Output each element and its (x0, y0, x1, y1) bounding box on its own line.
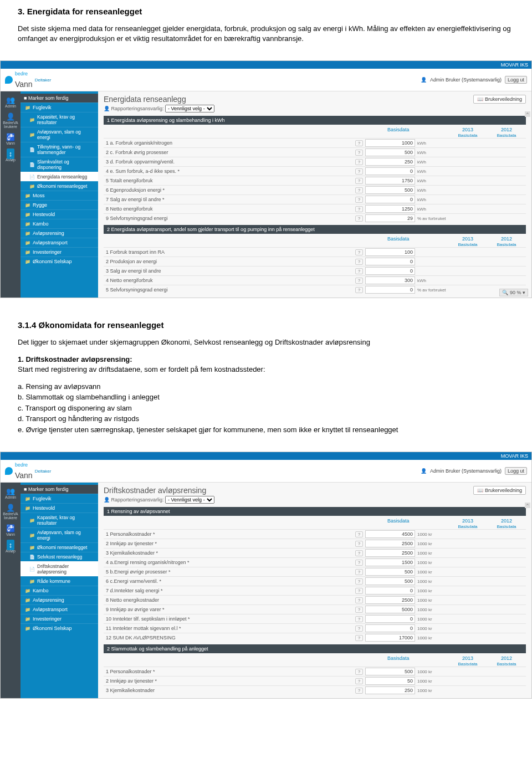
sidebar-item[interactable]: Slamkvalitet og disponering (21, 157, 98, 172)
value-input[interactable]: 0 (365, 587, 415, 595)
sidebar-item[interactable]: Selvkost renseanlegg (21, 552, 98, 561)
sidebar-item[interactable]: Økonomi Selskap (21, 257, 98, 266)
sidebar-item[interactable]: Kapasitet, krav og resultater (21, 112, 98, 127)
value-input[interactable]: 1250 (365, 205, 415, 213)
help-icon[interactable]: ? (355, 578, 363, 585)
sidebar-item[interactable]: Fuglevik (21, 494, 98, 503)
value-input[interactable]: 250 (365, 158, 415, 166)
sidebar-item[interactable]: Avløpsvann, slam og energi (21, 127, 98, 142)
help-icon[interactable]: ? (355, 206, 363, 212)
guide-button[interactable]: 📖 Brukerveiledning (473, 95, 526, 104)
value-input[interactable]: 500 (365, 577, 415, 585)
users-icon[interactable]: 👤 (6, 112, 15, 121)
value-input[interactable]: 500 (365, 186, 415, 194)
help-icon[interactable]: ? (355, 550, 363, 556)
help-icon[interactable]: ? (355, 216, 363, 222)
sidebar-item[interactable]: Driftskostnader avløpsrensing (21, 561, 98, 576)
value-input[interactable]: 0 (365, 286, 415, 294)
value-input[interactable]: 17000 (365, 634, 415, 642)
logout-button[interactable]: Logg ut (505, 76, 527, 84)
sidebar-item[interactable]: Hestevold (21, 503, 98, 513)
sidebar-item[interactable]: Avløpstransport (21, 604, 98, 614)
value-input[interactable]: 2500 (365, 549, 415, 557)
sidebar-item[interactable]: Kapasitet, krav og resultater (21, 513, 98, 527)
value-input[interactable]: 50 (365, 677, 415, 685)
sidebar-item[interactable]: Økonomi Selskap (21, 623, 98, 633)
help-icon[interactable]: ? (355, 607, 363, 613)
help-icon[interactable]: ? (355, 278, 363, 284)
help-icon[interactable]: ? (355, 197, 363, 203)
help-icon[interactable]: ? (355, 150, 363, 156)
sidebar-item[interactable]: Avløpsrensing (21, 228, 98, 238)
logout-button[interactable]: Logg ut (505, 467, 527, 475)
value-input[interactable]: 300 (365, 276, 415, 284)
users-icon[interactable]: 👤 (6, 504, 15, 512)
value-input[interactable]: 0 (365, 624, 415, 632)
value-input[interactable]: 29 (365, 214, 415, 222)
value-input[interactable]: 0 (365, 167, 415, 175)
admin-icon[interactable]: 👥 (6, 487, 15, 495)
help-icon[interactable]: ? (355, 569, 363, 575)
admin-icon[interactable]: 👥 (6, 96, 15, 104)
help-icon[interactable]: ? (355, 249, 363, 255)
value-input[interactable]: 100 (365, 248, 415, 256)
value-input[interactable]: 1000 (365, 139, 415, 147)
value-input[interactable]: 1500 (365, 558, 415, 566)
help-icon[interactable]: ? (355, 541, 363, 547)
sidebar-item[interactable]: Tilknytning, vann- og slammengder (21, 142, 98, 157)
value-input[interactable]: 500 (365, 568, 415, 576)
value-input[interactable]: 2500 (365, 540, 415, 547)
help-icon[interactable]: ? (355, 616, 363, 622)
scroll-up-icon[interactable]: ^ (525, 503, 530, 508)
sidebar-item[interactable]: Investeringer (21, 247, 98, 257)
value-input[interactable]: 0 (365, 258, 415, 265)
value-input[interactable]: 250 (365, 686, 415, 694)
sidebar-item[interactable]: Moss (21, 191, 98, 200)
help-icon[interactable]: ? (355, 259, 363, 265)
value-input[interactable]: 0 (365, 196, 415, 203)
help-icon[interactable]: ? (355, 678, 363, 684)
tap-icon[interactable]: 🚰 (6, 524, 15, 532)
value-input[interactable]: 5000 (365, 606, 415, 613)
sidebar-item[interactable]: Råde kommune (21, 576, 98, 586)
help-icon[interactable]: ? (355, 140, 363, 146)
sidebar-item[interactable]: Hestevold (21, 209, 98, 219)
value-input[interactable]: 1750 (365, 177, 415, 185)
help-icon[interactable]: ? (355, 178, 363, 184)
scroll-up-icon[interactable]: ^ (525, 111, 530, 117)
nav-mark-done[interactable]: ■ Marker som ferdig (21, 485, 98, 494)
sidebar-item[interactable]: Avløpsvann, slam og energi (21, 527, 98, 542)
guide-button[interactable]: 📖 Brukerveiledning (473, 486, 526, 495)
sidebar-item[interactable]: Investeringer (21, 614, 98, 623)
value-input[interactable]: 500 (365, 148, 415, 156)
nav-mark-done[interactable]: ■ Marker som ferdig (21, 94, 98, 103)
value-input[interactable]: 2500 (365, 596, 415, 604)
value-input[interactable]: 0 (365, 615, 415, 623)
sidebar-item[interactable]: Rygge (21, 200, 98, 209)
value-input[interactable]: 500 (365, 668, 415, 675)
help-icon[interactable]: ? (355, 669, 363, 675)
help-icon[interactable]: ? (355, 168, 363, 175)
sidebar-item[interactable]: Energidata renseanlegg (21, 172, 98, 181)
sidebar-item[interactable]: Økonomi renseanlegget (21, 542, 98, 552)
sidebar-item[interactable]: Økonomi renseanlegget (21, 181, 98, 191)
help-icon[interactable]: ? (355, 588, 363, 594)
rap-select[interactable]: - Vennligst velg - (165, 105, 214, 112)
help-icon[interactable]: ? (355, 287, 363, 293)
help-icon[interactable]: ? (355, 560, 363, 566)
rap-select[interactable]: - Vennligst velg - (165, 496, 214, 504)
sidebar-item[interactable]: Avløpstransport (21, 238, 98, 247)
sidebar-item[interactable]: Kambo (21, 586, 98, 595)
help-icon[interactable]: ? (355, 159, 363, 165)
help-icon[interactable]: ? (355, 688, 363, 694)
help-icon[interactable]: ? (355, 531, 363, 537)
help-icon[interactable]: ? (355, 597, 363, 603)
value-input[interactable]: 4500 (365, 530, 415, 538)
value-input[interactable]: 0 (365, 267, 415, 275)
help-icon[interactable]: ? (355, 187, 363, 193)
sidebar-item[interactable]: Avløpsrensing (21, 595, 98, 604)
help-icon[interactable]: ? (355, 268, 363, 274)
help-icon[interactable]: ? (355, 635, 363, 641)
help-icon[interactable]: ? (355, 626, 363, 632)
sidebar-item[interactable]: Kambo (21, 219, 98, 228)
